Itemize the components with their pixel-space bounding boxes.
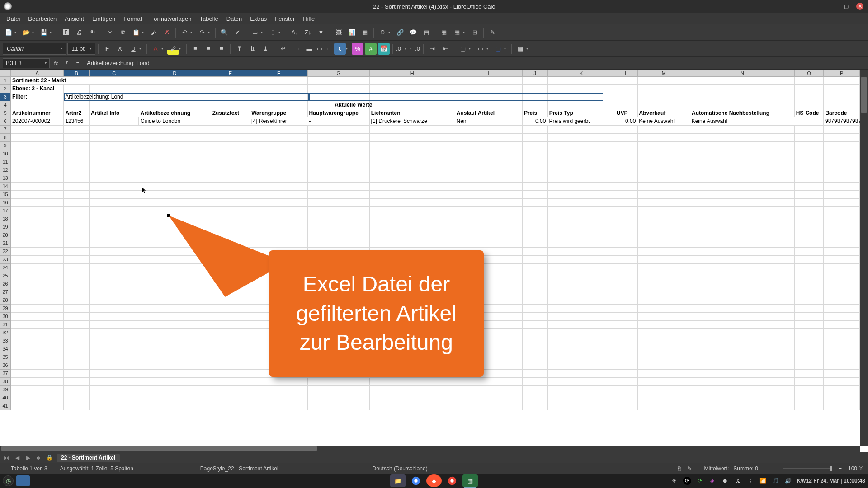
cell[interactable]	[211, 207, 250, 215]
formula-input[interactable]: Artikelbezeichung: Lond	[84, 58, 865, 68]
cell[interactable]	[615, 215, 638, 223]
tray-audio-icon[interactable]: 🎵	[772, 477, 780, 485]
row-header-41[interactable]: 41	[0, 402, 11, 410]
cell[interactable]	[523, 126, 548, 134]
cell[interactable]	[139, 174, 211, 183]
cell[interactable]	[250, 126, 307, 134]
cell[interactable]	[795, 256, 824, 264]
cell[interactable]	[211, 280, 250, 288]
cell[interactable]: Artikelbezeichnung	[139, 109, 211, 117]
row-header-23[interactable]: 23	[0, 256, 11, 264]
chart-icon[interactable]: 📊	[346, 27, 358, 38]
cell[interactable]	[824, 231, 860, 239]
cell[interactable]	[90, 207, 139, 215]
row-header-10[interactable]: 10	[0, 150, 11, 158]
cell[interactable]	[615, 256, 638, 264]
cell[interactable]	[638, 329, 690, 337]
cell[interactable]	[615, 223, 638, 231]
cell[interactable]	[370, 402, 455, 410]
cell[interactable]: Warengruppe	[250, 109, 307, 117]
cell[interactable]	[64, 174, 90, 183]
cell[interactable]	[795, 223, 824, 231]
cell[interactable]	[523, 321, 548, 329]
cell[interactable]	[690, 264, 795, 272]
cell[interactable]	[139, 288, 211, 296]
row-header-6[interactable]: 6	[0, 117, 11, 126]
cell[interactable]	[139, 386, 211, 394]
status-signature-icon[interactable]: ✎	[687, 465, 692, 472]
cell[interactable]	[64, 207, 90, 215]
cell[interactable]	[824, 199, 860, 207]
cell[interactable]	[308, 223, 370, 231]
draw-icon[interactable]: ✎	[486, 27, 498, 38]
cell[interactable]	[523, 288, 548, 296]
cell[interactable]: 987987987987	[824, 117, 860, 126]
cell[interactable]	[638, 199, 690, 207]
cell[interactable]	[690, 321, 795, 329]
row-header-1[interactable]: 1	[0, 77, 11, 85]
cell[interactable]	[64, 264, 90, 272]
row-header-33[interactable]: 33	[0, 337, 11, 345]
cell[interactable]	[90, 272, 139, 280]
cell[interactable]	[690, 394, 795, 402]
cell[interactable]: 0,00	[615, 117, 638, 126]
cell[interactable]	[250, 174, 307, 183]
cell[interactable]	[64, 166, 90, 174]
cell-reference-input[interactable]: B3:F3▾	[3, 58, 50, 68]
cell[interactable]	[523, 353, 548, 361]
cell[interactable]	[308, 158, 370, 166]
cell[interactable]	[690, 337, 795, 345]
cell[interactable]	[370, 215, 455, 223]
cell[interactable]	[64, 280, 90, 288]
cell[interactable]	[548, 288, 615, 296]
cell[interactable]	[548, 215, 615, 223]
cell[interactable]	[455, 394, 523, 402]
cell[interactable]	[795, 305, 824, 313]
cell[interactable]	[250, 150, 307, 158]
cell[interactable]	[308, 183, 370, 191]
cell[interactable]	[250, 239, 307, 248]
row-header-38[interactable]: 38	[0, 378, 11, 386]
cell[interactable]	[455, 142, 523, 150]
cell[interactable]	[370, 378, 455, 386]
column-header-M[interactable]: M	[638, 70, 690, 77]
cell[interactable]	[824, 272, 860, 280]
cell[interactable]	[824, 158, 860, 166]
cell[interactable]	[795, 158, 824, 166]
row-header-39[interactable]: 39	[0, 386, 11, 394]
cell[interactable]	[795, 370, 824, 378]
cell[interactable]	[548, 280, 615, 288]
cell[interactable]	[250, 199, 307, 207]
cell[interactable]	[64, 142, 90, 150]
cell[interactable]	[638, 378, 690, 386]
cell[interactable]	[308, 386, 370, 394]
cell[interactable]	[139, 329, 211, 337]
cell[interactable]	[795, 329, 824, 337]
cell[interactable]	[638, 321, 690, 329]
cell[interactable]	[11, 288, 64, 296]
cell[interactable]	[139, 272, 211, 280]
special-char-icon[interactable]: Ω	[377, 27, 388, 38]
tray-bluetooth-icon[interactable]: ᛒ	[746, 477, 755, 485]
row-header-27[interactable]: 27	[0, 288, 11, 296]
cell[interactable]	[90, 134, 139, 142]
hyperlink-icon[interactable]: 🔗	[394, 27, 406, 38]
cell[interactable]	[795, 183, 824, 191]
cell[interactable]	[90, 378, 139, 386]
cell[interactable]	[139, 248, 211, 256]
cell[interactable]	[548, 248, 615, 256]
row-header-16[interactable]: 16	[0, 199, 11, 207]
cell[interactable]	[615, 329, 638, 337]
cell[interactable]	[211, 239, 250, 248]
column-header-K[interactable]: K	[548, 70, 615, 77]
cell[interactable]	[795, 402, 824, 410]
cell[interactable]: Barcode	[824, 109, 860, 117]
cell[interactable]	[139, 239, 211, 248]
cell[interactable]	[211, 321, 250, 329]
cell[interactable]	[211, 166, 250, 174]
cell[interactable]	[548, 394, 615, 402]
cell[interactable]	[90, 223, 139, 231]
cell[interactable]	[64, 370, 90, 378]
cell[interactable]	[211, 337, 250, 345]
cell[interactable]: Keine Auswahl	[637, 117, 690, 126]
